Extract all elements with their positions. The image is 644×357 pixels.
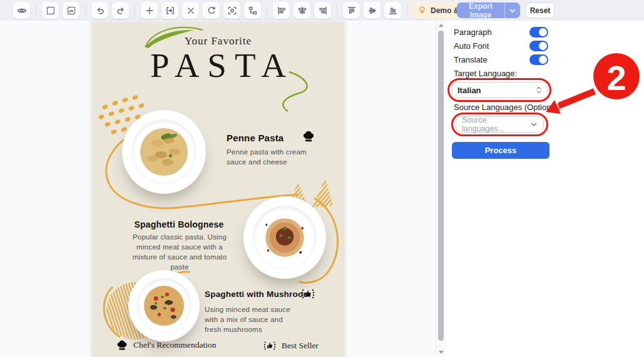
chef-hat-icon: [302, 129, 315, 143]
scan-detect-icon: [227, 6, 237, 16]
add-icon: [145, 6, 155, 16]
menu-item-name: Spaghetti Bolognese: [116, 219, 242, 229]
toggle-knob: [539, 56, 547, 64]
undo-button[interactable]: [91, 2, 108, 19]
lightbulb-icon: [417, 6, 427, 15]
rotate-icon: [207, 6, 217, 16]
toolbar-separator: [407, 5, 407, 16]
menu-item-name: Spaghetti with Mushroom: [205, 289, 311, 299]
align-left-icon: [277, 6, 287, 16]
scrollbar-thumb[interactable]: [438, 31, 444, 341]
scan-detect-button[interactable]: [223, 2, 240, 19]
target-language-select[interactable]: Italian: [452, 82, 548, 98]
rotate-button[interactable]: [203, 2, 220, 19]
add-button[interactable]: [141, 2, 158, 19]
paragraph-toggle-label: Paragraph: [454, 28, 492, 37]
auto-font-toggle[interactable]: [529, 41, 548, 51]
source-languages-label: Source Languages (Optional):: [454, 103, 562, 112]
toolbar-separator: [135, 5, 135, 16]
align-bottom-button[interactable]: [384, 2, 401, 19]
import-region-icon: [165, 6, 175, 16]
vertical-scrollbar[interactable]: [436, 21, 446, 357]
app-window: Demo & Tips Export Image Reset: [0, 0, 644, 357]
target-language-label: Target Language:: [454, 69, 517, 78]
source-languages-select[interactable]: Source languages...: [456, 116, 544, 133]
scroll-up-arrow[interactable]: [439, 24, 444, 27]
align-left-button[interactable]: [273, 2, 290, 19]
process-button[interactable]: Process: [452, 142, 549, 159]
source-languages-placeholder: Source languages...: [462, 116, 530, 133]
menu-item-description: Popular classic pasta. Using minced meat…: [124, 233, 235, 272]
redo-icon: [116, 6, 126, 16]
align-right-icon: [318, 6, 328, 16]
toolbar-separator: [267, 5, 267, 16]
best-seller-icon: [263, 339, 277, 353]
select-all-icon: [46, 6, 56, 16]
translate-toggle-label: Translate: [454, 55, 488, 64]
undo-icon: [95, 6, 105, 16]
toolbar-separator: [337, 5, 337, 16]
process-label: Process: [485, 146, 517, 155]
reset-label: Reset: [530, 6, 551, 15]
menu-item-description: Using minced meat sauce with a mix of sa…: [205, 305, 300, 335]
target-language-value: Italian: [457, 86, 536, 95]
best-seller-icon: [300, 286, 315, 301]
scroll-down-arrow[interactable]: [439, 351, 444, 354]
step-number: 2: [606, 58, 626, 98]
paragraph-toggle[interactable]: [529, 27, 548, 38]
reset-button[interactable]: Reset: [526, 3, 555, 18]
settings-panel: Paragraph Auto Font Translate Target Lan…: [446, 21, 644, 357]
legend-label: Chef's Recommendation: [133, 340, 217, 350]
legend-best-seller: Best Seller: [263, 339, 319, 353]
preview-button[interactable]: [13, 2, 30, 19]
toggle-knob: [539, 28, 547, 36]
penne-pasta-photo: [140, 128, 187, 175]
chef-hat-icon: [116, 339, 128, 351]
eye-icon: [17, 6, 27, 16]
toolbar-separator: [85, 5, 86, 16]
toggle-knob: [539, 42, 547, 50]
export-image-label: Export Image: [457, 2, 504, 19]
align-right-button[interactable]: [314, 2, 331, 19]
hierarchy-icon: [248, 6, 258, 16]
menu-item-description: Penne pasta with cream sauce and cheese: [227, 148, 314, 168]
poster-artwork[interactable]: Your Favorite PASTA Penne Pasta Penne pa…: [91, 22, 345, 357]
editor-canvas[interactable]: Your Favorite PASTA Penne Pasta Penne pa…: [0, 21, 436, 357]
align-center-horizontal-button[interactable]: [294, 2, 310, 19]
basil-leaf: [161, 133, 173, 141]
bolognese-plate-photo: [243, 196, 326, 279]
export-image-button[interactable]: Export Image: [457, 3, 520, 18]
align-middle-vertical-icon: [367, 6, 377, 16]
select-all-button[interactable]: [42, 2, 59, 19]
align-center-horizontal-icon: [297, 6, 307, 16]
chevron-down-icon: [530, 121, 538, 128]
bolognese-pasta-photo: [262, 214, 308, 261]
mushroom-plate-photo: [128, 270, 200, 341]
mushroom-pasta-photo: [144, 286, 184, 326]
auto-font-toggle-label: Auto Font: [454, 41, 489, 51]
legend-chefs-recommendation: Chef's Recommendation: [116, 339, 217, 351]
align-top-icon: [347, 6, 357, 16]
close-icon: [186, 6, 196, 16]
toolbar: Demo & Tips Export Image Reset: [0, 0, 644, 21]
translate-toggle[interactable]: [529, 54, 548, 65]
chevron-down-icon: [509, 8, 516, 13]
align-middle-vertical-button[interactable]: [364, 2, 381, 19]
deselect-button[interactable]: [63, 2, 79, 19]
legend-label: Best Seller: [282, 341, 319, 351]
export-dropdown-toggle[interactable]: [504, 3, 520, 18]
hierarchy-button[interactable]: [244, 2, 261, 19]
align-bottom-icon: [388, 6, 398, 16]
penne-plate-photo: [122, 110, 206, 194]
poster-title: PASTA: [91, 46, 345, 85]
align-top-button[interactable]: [343, 2, 360, 19]
toolbar-separator: [36, 5, 36, 16]
deselect-icon: [66, 6, 76, 16]
select-updown-icon: [536, 86, 542, 94]
menu-item-name: Penne Pasta: [227, 133, 284, 143]
import-region-button[interactable]: [161, 2, 178, 19]
redo-button[interactable]: [112, 2, 129, 19]
close-button[interactable]: [182, 2, 199, 19]
